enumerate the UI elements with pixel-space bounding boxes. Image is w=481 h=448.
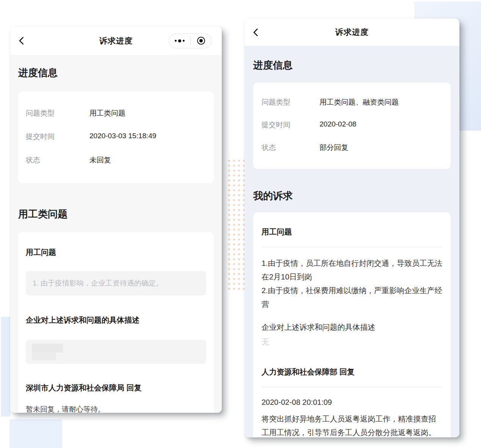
description-title: 企业对上述诉求和问题的具体描述: [262, 322, 442, 332]
info-label: 状态: [26, 155, 89, 165]
info-label: 状态: [262, 143, 320, 153]
info-row-status: 状态 部分回复: [262, 136, 442, 159]
screen-left: 诉求进度 进度信息 问题类型 用工类问题 提交时间 2020-03-03 15:…: [10, 27, 222, 413]
info-row-question-type: 问题类型 用工类问题、融资类问题: [262, 91, 442, 114]
more-dots-icon: [175, 39, 185, 42]
question-title: 用工问题: [262, 227, 442, 237]
reply-agency-title: 深圳市人力资源和社会保障局 回复: [26, 383, 206, 393]
right-page-title: 诉求进度: [244, 27, 459, 37]
info-value: 用工类问题: [89, 108, 125, 118]
info-value: 用工类问题、融资类问题: [320, 97, 399, 107]
description-title: 企业对上述诉求和问题的具体描述: [26, 315, 206, 325]
right-nav-bar: 诉求进度: [244, 19, 459, 46]
reply-status-text: 暂未回复，请耐心等待。: [26, 404, 206, 413]
reply-agency-title: 人力资源和社会保障部 回复: [262, 367, 442, 377]
status-value: 部分回复: [320, 143, 348, 153]
redacted-text-blob: [32, 353, 56, 360]
screen-right: 诉求进度 进度信息 问题类型 用工类问题、融资类问题 提交时间 2020-02-…: [244, 19, 459, 437]
question-content-text: 1. 由于疫情影响，企业工资待遇的确定。: [33, 278, 163, 288]
left-screen-body: 进度信息 问题类型 用工类问题 提交时间 2020-03-03 15:18:49…: [10, 55, 222, 413]
reply-timestamp: 2020-02-08 20:01:09: [262, 398, 442, 407]
info-value: 2020-03-03 15:18:49: [89, 132, 156, 140]
issue-detail-card: 用工问题 1. 由于疫情影响，企业工资待遇的确定。 企业对上述诉求和问题的具体描…: [18, 232, 214, 413]
question-title: 用工问题: [26, 247, 206, 258]
status-value: 未回复: [89, 155, 111, 165]
more-menu-button[interactable]: [169, 34, 190, 48]
wechat-capsule: [169, 33, 212, 48]
progress-info-card: 问题类型 用工类问题、融资类问题 提交时间 2020-02-08 状态 部分回复: [253, 83, 451, 169]
info-row-status: 状态 未回复: [26, 148, 206, 172]
divider: [262, 247, 442, 247]
description-value: 无: [262, 337, 442, 347]
question-content-text: 1.由于疫情，员工所在地自行封闭交通，导致员工无法在2月10日到岗 2.由于疫情…: [262, 256, 442, 311]
appeal-detail-card: 用工问题 1.由于疫情，员工所在地自行封闭交通，导致员工无法在2月10日到岗 2…: [253, 212, 451, 437]
right-screen-body: 进度信息 问题类型 用工类问题、融资类问题 提交时间 2020-02-08 状态…: [244, 46, 459, 437]
info-value: 2020-02-08: [320, 120, 356, 128]
reply-content-text: 将突出抓好异地务工人员返粤返岗工作，精准摸查招工用工情况，引导节后务工人员分散分…: [262, 412, 442, 437]
issue-type-heading: 用工类问题: [18, 208, 214, 221]
progress-info-card: 问题类型 用工类问题 提交时间 2020-03-03 15:18:49 状态 未…: [18, 92, 214, 183]
decor-blue-strip-left: [1, 317, 10, 417]
question-content-box: 1. 由于疫情影响，企业工资待遇的确定。: [26, 271, 206, 295]
progress-info-heading: 进度信息: [253, 59, 451, 72]
info-row-submit-time: 提交时间 2020-03-03 15:18:49: [26, 125, 206, 148]
my-appeal-heading: 我的诉求: [253, 189, 451, 203]
info-label: 问题类型: [262, 97, 320, 107]
progress-info-heading: 进度信息: [18, 66, 214, 80]
close-minimize-button[interactable]: [191, 34, 212, 48]
redacted-text-blob: [32, 343, 63, 353]
info-label: 问题类型: [26, 108, 89, 118]
info-label: 提交时间: [262, 120, 320, 130]
description-content-box: [26, 340, 206, 364]
decor-blue-block-bottom-left: [9, 419, 62, 448]
target-circle-icon: [197, 37, 205, 45]
divider: [262, 387, 442, 387]
left-nav-bar: 诉求进度: [10, 27, 222, 55]
info-row-question-type: 问题类型 用工类问题: [26, 101, 206, 125]
info-row-submit-time: 提交时间 2020-02-08: [262, 114, 442, 136]
info-label: 提交时间: [26, 132, 89, 142]
